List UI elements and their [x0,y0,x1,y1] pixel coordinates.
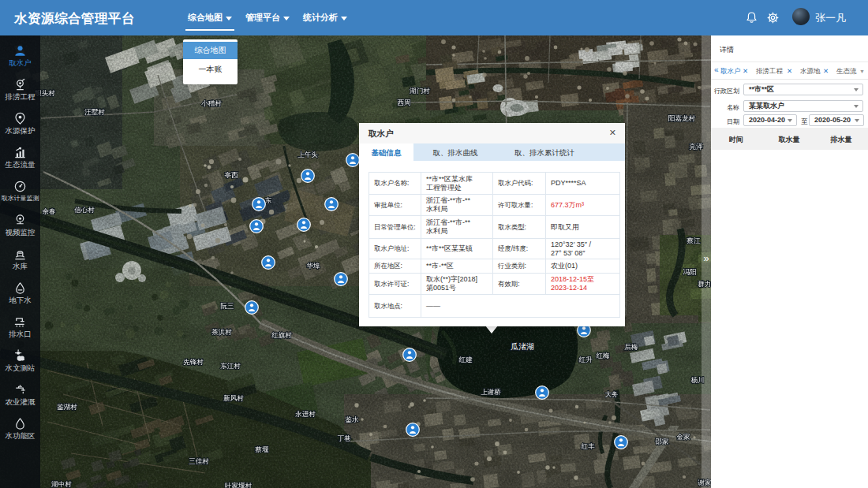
svg-text:冯阳: 冯阳 [683,268,697,276]
svg-text:湖门村: 湖门村 [409,87,430,95]
svg-text:亮泽: 亮泽 [690,143,704,151]
svg-text:红旗村: 红旗村 [271,331,292,339]
svg-text:阮三: 阮三 [221,302,234,310]
svg-text:亭西: 亭西 [225,171,239,179]
svg-text:红丰: 红丰 [582,442,596,450]
svg-text:杨川: 杨川 [691,376,705,384]
svg-text:丁巷: 丁巷 [338,434,352,442]
svg-text:蔡江: 蔡江 [687,237,702,244]
svg-text:东江村: 东江村 [220,362,241,370]
svg-text:新风村: 新风村 [223,394,244,402]
svg-text:先锋村: 先锋村 [183,358,204,366]
svg-text:瓜渚湖: 瓜渚湖 [511,342,534,351]
svg-text:谢家: 谢家 [698,479,712,486]
svg-text:蔡堰: 蔡堰 [255,445,270,453]
svg-text:»: » [703,252,709,264]
svg-text:信心村: 信心村 [73,206,95,214]
svg-text:湖中村: 湖中村 [51,480,72,488]
svg-text:三佳村: 三佳村 [189,457,209,465]
svg-text:后梅: 后梅 [625,343,638,351]
svg-text:上谢桥: 上谢桥 [481,388,501,396]
svg-text:群力: 群力 [698,280,712,288]
svg-text:鉴湖村: 鉴湖村 [57,403,77,411]
svg-text:鉴水: 鉴水 [346,415,360,423]
svg-text:西周: 西周 [398,99,411,106]
svg-text:红升: 红升 [579,356,593,363]
svg-text:邵家: 邵家 [656,438,670,445]
svg-text:茶浜村: 茶浜村 [211,328,232,336]
svg-text:上午头: 上午头 [297,151,318,158]
svg-text:红梅: 红梅 [597,352,610,359]
svg-text:汪墅村: 汪墅村 [84,108,105,116]
svg-text:华埠: 华埠 [307,262,321,270]
svg-text:东: 东 [265,196,272,204]
svg-text:红建: 红建 [459,356,473,363]
svg-text:叶家堰村: 叶家堰村 [225,482,253,488]
svg-text:余春: 余春 [43,207,56,215]
svg-text:小稽村: 小稽村 [201,99,222,107]
svg-text:永进村: 永进村 [295,410,316,418]
svg-text:金家: 金家 [677,433,691,441]
svg-text:大务: 大务 [605,390,619,398]
